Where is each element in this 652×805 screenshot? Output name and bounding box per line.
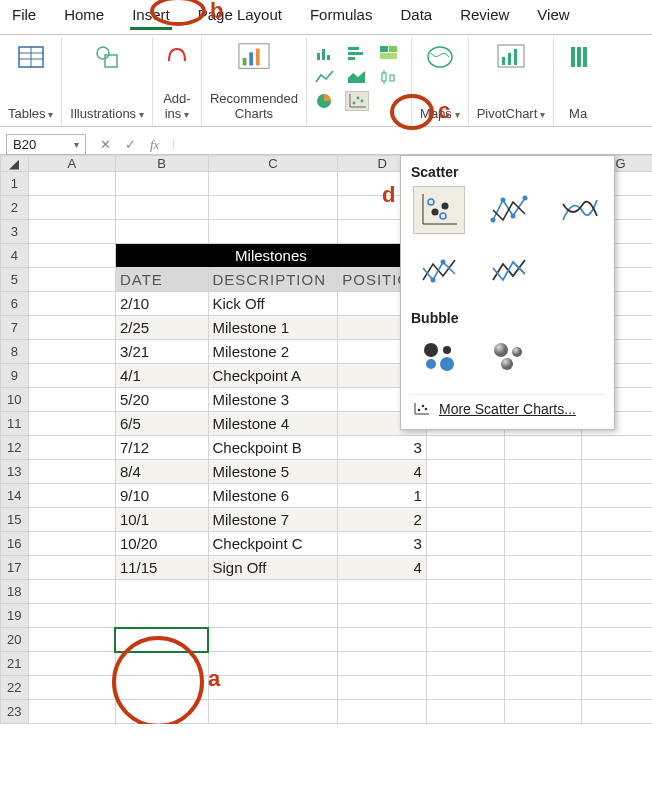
row-header[interactable]: 3: [1, 220, 29, 244]
row-header[interactable]: 19: [1, 604, 29, 628]
tab-review[interactable]: Review: [458, 4, 511, 30]
row-header[interactable]: 9: [1, 364, 29, 388]
row-header[interactable]: 17: [1, 556, 29, 580]
cell[interactable]: 3: [338, 532, 427, 556]
cell[interactable]: Milestone 7: [208, 508, 338, 532]
tab-view[interactable]: View: [535, 4, 571, 30]
more-scatter-charts[interactable]: More Scatter Charts...: [409, 394, 606, 419]
cell[interactable]: Milestone 2: [208, 340, 338, 364]
row-header[interactable]: 15: [1, 508, 29, 532]
hdr-desc[interactable]: DESCRIPTION: [208, 268, 338, 292]
scatter-chart-btn[interactable]: [345, 91, 369, 111]
cell[interactable]: Milestone 1: [208, 316, 338, 340]
svg-rect-32: [502, 57, 505, 65]
row-header[interactable]: 7: [1, 316, 29, 340]
cell[interactable]: Sign Off: [208, 556, 338, 580]
row-header[interactable]: 23: [1, 700, 29, 724]
pie-chart-btn[interactable]: [313, 91, 337, 111]
name-box[interactable]: B20 ▾: [6, 134, 86, 155]
row-header[interactable]: 11: [1, 412, 29, 436]
line-chart-btn[interactable]: [313, 67, 337, 87]
scatter-smooth-lines-option[interactable]: [553, 186, 605, 234]
row-header[interactable]: 22: [1, 676, 29, 700]
tab-home[interactable]: Home: [62, 4, 106, 30]
cell[interactable]: 4: [338, 460, 427, 484]
scatter-smooth-markers-option[interactable]: [483, 186, 535, 234]
cell[interactable]: 3/21: [115, 340, 208, 364]
row-header[interactable]: 1: [1, 172, 29, 196]
cell[interactable]: Checkpoint C: [208, 532, 338, 556]
hierarchy-chart-btn[interactable]: [377, 43, 401, 63]
row-header[interactable]: 2: [1, 196, 29, 220]
scatter-plain-option[interactable]: [413, 186, 465, 234]
cell[interactable]: Milestone 4: [208, 412, 338, 436]
row-header[interactable]: 16: [1, 532, 29, 556]
cell[interactable]: Milestone 3: [208, 388, 338, 412]
group-map3d-partial[interactable]: Ma: [554, 37, 602, 125]
cell[interactable]: 10/20: [115, 532, 208, 556]
cell[interactable]: Checkpoint A: [208, 364, 338, 388]
cell[interactable]: 7/12: [115, 436, 208, 460]
row-header[interactable]: 13: [1, 460, 29, 484]
scatter-straight-lines-option[interactable]: [483, 248, 535, 296]
cell[interactable]: Checkpoint B: [208, 436, 338, 460]
cell[interactable]: Milestone 6: [208, 484, 338, 508]
group-illustrations[interactable]: Illustrations: [62, 37, 153, 125]
col-header-B[interactable]: B: [115, 156, 208, 172]
group-pivotchart[interactable]: PivotChart: [469, 37, 554, 125]
select-all-corner[interactable]: ◢: [1, 156, 29, 172]
cell[interactable]: 1: [338, 484, 427, 508]
fx-icon[interactable]: fx: [150, 137, 159, 153]
cell[interactable]: 5/20: [115, 388, 208, 412]
stat-chart-btn[interactable]: [377, 67, 401, 87]
cell[interactable]: 2/25: [115, 316, 208, 340]
bubble-3d-option[interactable]: [483, 332, 535, 380]
tab-file[interactable]: File: [10, 4, 38, 30]
group-addins[interactable]: Add- ins: [153, 37, 202, 125]
row-header[interactable]: 8: [1, 340, 29, 364]
cell[interactable]: 6/5: [115, 412, 208, 436]
cell[interactable]: 9/10: [115, 484, 208, 508]
bar-chart-btn[interactable]: [345, 43, 369, 63]
cell[interactable]: 4/1: [115, 364, 208, 388]
col-header-A[interactable]: A: [28, 156, 115, 172]
tab-insert[interactable]: Insert: [130, 4, 172, 30]
cell[interactable]: 3: [338, 436, 427, 460]
row-header[interactable]: 12: [1, 436, 29, 460]
row-header[interactable]: 5: [1, 268, 29, 292]
col-header-C[interactable]: C: [208, 156, 338, 172]
svg-point-41: [432, 209, 439, 216]
cell[interactable]: 8/4: [115, 460, 208, 484]
area-chart-btn[interactable]: [345, 67, 369, 87]
tab-page-layout[interactable]: Page Layout: [196, 4, 284, 30]
hdr-date[interactable]: DATE: [115, 268, 208, 292]
tab-data[interactable]: Data: [398, 4, 434, 30]
row-header[interactable]: 10: [1, 388, 29, 412]
svg-rect-12: [327, 55, 330, 60]
tab-formulas[interactable]: Formulas: [308, 4, 375, 30]
cancel-icon[interactable]: ✕: [100, 137, 111, 153]
cell[interactable]: 2: [338, 508, 427, 532]
cell[interactable]: Kick Off: [208, 292, 338, 316]
group-maps[interactable]: Maps: [412, 37, 469, 125]
selected-cell-B20[interactable]: [115, 628, 208, 652]
group-recommended-charts[interactable]: Recommended Charts: [202, 37, 307, 125]
row-header[interactable]: 14: [1, 484, 29, 508]
cell[interactable]: 11/15: [115, 556, 208, 580]
milestones-title[interactable]: Milestones: [115, 244, 426, 268]
row-header[interactable]: 20: [1, 628, 29, 652]
column-chart-btn[interactable]: [313, 43, 337, 63]
row-header[interactable]: 6: [1, 292, 29, 316]
cell[interactable]: 4: [338, 556, 427, 580]
row-header[interactable]: 21: [1, 652, 29, 676]
row-header[interactable]: 18: [1, 580, 29, 604]
row-header[interactable]: 4: [1, 244, 29, 268]
group-tables[interactable]: Tables: [0, 37, 62, 125]
cell[interactable]: Milestone 5: [208, 460, 338, 484]
bubble-2d-option[interactable]: [413, 332, 465, 380]
enter-icon[interactable]: ✓: [125, 137, 136, 153]
formula-bar[interactable]: [173, 139, 652, 150]
cell[interactable]: 2/10: [115, 292, 208, 316]
cell[interactable]: 10/1: [115, 508, 208, 532]
scatter-straight-markers-option[interactable]: [413, 248, 465, 296]
